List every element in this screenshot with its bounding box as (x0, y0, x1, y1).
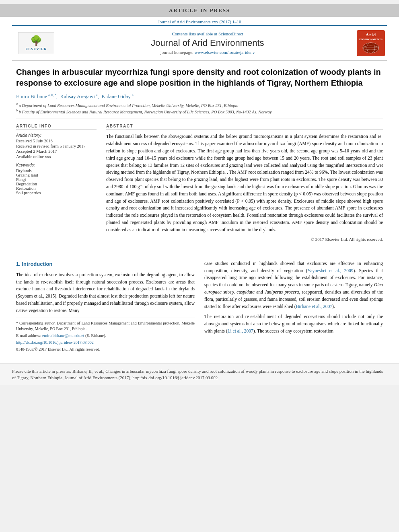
article-info-label: ARTICLE INFO (16, 124, 97, 130)
article-info-abstract: ARTICLE INFO Article history: Received 5… (16, 124, 383, 241)
author-1: Emiru Birhane a, b, * (16, 93, 56, 99)
ref-yayneshet: Yayneshet et al., 2009 (307, 268, 353, 273)
aip-text: ARTICLE IN PRESS (169, 7, 230, 13)
body-col-left: 1. Introduction The idea of exclosure in… (16, 260, 195, 353)
homepage-label: journal homepage: (160, 50, 193, 55)
page: ARTICLE IN PRESS Journal of Arid Environ… (0, 4, 399, 385)
arid-badge: Arid ENVIRONMENTS (357, 30, 385, 56)
keyword-2: Grazing land (16, 173, 97, 177)
arid-logo-container: Arid ENVIRONMENTS (355, 29, 387, 57)
keyword-6: Soil properties (16, 191, 97, 195)
elsevier-label: ELSEVIER (25, 47, 47, 51)
abstract-label: ABSTRACT (106, 124, 383, 130)
keywords-section: Keywords: Drylands Grazing land Fungi De… (16, 163, 97, 195)
keyword-5: Restoration (16, 186, 97, 191)
history-label: Article history: (16, 133, 97, 138)
affiliation-a: a a Department of Land Resources Managem… (16, 102, 383, 108)
aip-banner: ARTICLE IN PRESS (0, 4, 399, 17)
author-2: Kahsay Aregawi a (60, 93, 97, 99)
species-1b: cuspidata (237, 290, 255, 294)
journal-ref-line: Journal of Arid Environments xxx (2017) … (0, 17, 399, 25)
contents-text: Contents lists available at (172, 31, 217, 36)
doi-line: http://dx.doi.org/10.1016/j.jaridenv.201… (16, 340, 195, 345)
intro-text-left: The idea of exclosure involves a protect… (16, 271, 195, 314)
homepage-url[interactable]: www.elsevier.com/locate/jaridenv (195, 50, 255, 55)
abstract-col: ABSTRACT The functional link between the… (106, 124, 383, 241)
received-revised-date: Received in revised form 5 January 2017 (16, 144, 97, 148)
article-info-col: ARTICLE INFO Article history: Received 5… (16, 124, 97, 241)
arid-label: Arid (366, 32, 376, 37)
intro-heading: 1. Introduction (16, 260, 195, 268)
keyword-1: Drylands (16, 168, 97, 173)
issn-line: 0140-1963/© 2017 Elsevier Ltd. All right… (16, 347, 195, 352)
intro-text-right-2: The restoration and re-establishment of … (204, 313, 383, 335)
authors-text: Emiru Birhane a, b, *, Kahsay Aregawi a,… (16, 93, 134, 99)
sciencedirect-link: Contents lists available at ScienceDirec… (60, 31, 355, 36)
ref-li2007: Li et al., 2007 (228, 329, 253, 333)
received-date: Received 5 July 2016 (16, 139, 97, 143)
main-content: 1. Introduction The idea of exclosure in… (0, 248, 399, 359)
journal-header: 🌳 ELSEVIER Contents lists available at S… (12, 25, 387, 61)
available-date: Available online xxx (16, 154, 97, 159)
elsevier-tree-icon: 🌳 (30, 35, 42, 46)
email-footnote: E-mail address: emiru.birhane@mu.edu.et … (16, 333, 195, 339)
globe-icon (361, 42, 381, 54)
species-2: Juniperus procera (265, 290, 299, 294)
journal-homepage: journal homepage: www.elsevier.com/locat… (60, 50, 355, 55)
footnotes: * Corresponding author. Department of La… (16, 318, 195, 352)
keywords-label: Keywords: (16, 163, 97, 167)
abstract-text: The functional link between the abovegro… (106, 133, 383, 233)
email-label: E-mail address: (16, 333, 41, 338)
intro-text-right: case studies conducted in highlands show… (204, 260, 383, 310)
email-link[interactable]: emiru.birhane@mu.edu.et (42, 333, 84, 338)
arid-badge-globe (361, 42, 381, 54)
article-content: Changes in arbuscular mycorrhiza fungi s… (0, 61, 399, 248)
accepted-date: Accepted 2 March 2017 (16, 149, 97, 154)
ref-birhane2007: Birhane et al., 2007 (296, 304, 332, 309)
abstract-paragraph: The functional link between the abovegro… (106, 133, 383, 233)
email-suffix: (E. Birhane). (85, 333, 106, 338)
sciencedirect-text[interactable]: ScienceDirect (218, 31, 243, 36)
section-divider (16, 256, 383, 256)
corresponding-footnote: * Corresponding author. Department of La… (16, 320, 195, 332)
citation-text: Please cite this article in press as: Bi… (12, 369, 383, 380)
body-columns: 1. Introduction The idea of exclosure in… (16, 260, 383, 353)
doi-link[interactable]: http://dx.doi.org/10.1016/j.jaridenv.201… (16, 340, 94, 345)
affiliation-b: b b Faculty of Environmental Sciences an… (16, 109, 383, 114)
elsevier-logo: 🌳 ELSEVIER (18, 32, 54, 54)
author-3: Kidane Giday a (101, 93, 133, 99)
article-title: Changes in arbuscular mycorrhiza fungi s… (16, 67, 383, 88)
journal-title: Journal of Arid Environments (60, 38, 355, 48)
journal-center: Contents lists available at ScienceDirec… (60, 31, 355, 55)
copyright-line: © 2017 Elsevier Ltd. All rights reserved… (106, 237, 383, 242)
divider-1 (16, 119, 383, 119)
arid-badge-subtitle: ENVIRONMENTS (359, 38, 383, 41)
authors-line: Emiru Birhane a, b, *, Kahsay Aregawi a,… (16, 93, 383, 100)
journal-ref-text: Journal of Arid Environments xxx (2017) … (158, 19, 241, 24)
keyword-3: Fungi (16, 177, 97, 182)
body-col-right: case studies conducted in highlands show… (204, 260, 383, 353)
citation-box: Please cite this article in press as: Bi… (0, 364, 399, 385)
elsevier-logo-container: 🌳 ELSEVIER (12, 32, 60, 54)
keyword-4: Degradation (16, 182, 97, 186)
